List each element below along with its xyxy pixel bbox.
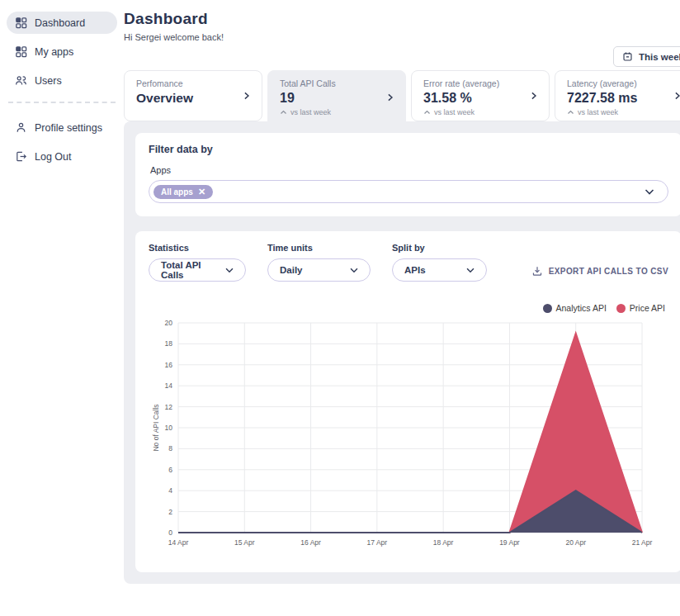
tab-value: 31.58 % [423, 91, 539, 106]
sidebar: Dashboard My apps Users [0, 0, 124, 616]
stat-tabs: Perfomance Overview Total API Calls 19 v… [124, 70, 680, 121]
chart-legend: Analytics APIPrice API [149, 303, 665, 313]
sidebar-item-label: Profile settings [35, 122, 102, 134]
chevron-down-icon [451, 264, 476, 276]
chevron-up-icon [423, 109, 431, 116]
main-content: Dashboard Hi Sergei welcome back! This w… [124, 0, 680, 616]
tab-label: Total API Calls [280, 78, 395, 88]
remove-chip-icon[interactable]: ✕ [198, 187, 205, 196]
tab-trend: vs last week [567, 108, 680, 116]
svg-text:16: 16 [165, 361, 173, 369]
time-units-selected-value: Daily [280, 265, 303, 275]
time-units-label: Time units [267, 243, 371, 253]
svg-text:10: 10 [165, 424, 173, 432]
dashboard-panel: Filter data by Apps All apps ✕ Statistic… [124, 121, 680, 584]
chevron-right-icon [528, 91, 539, 102]
chevron-right-icon [385, 92, 395, 103]
legend-item[interactable]: Price API [616, 303, 665, 313]
tab-total-api-calls[interactable]: Total API Calls 19 vs last week [267, 70, 406, 125]
tab-performance-overview[interactable]: Perfomance Overview [124, 70, 262, 121]
tab-label: Perfomance [136, 78, 252, 88]
svg-text:20: 20 [165, 319, 173, 327]
svg-text:21 Apr: 21 Apr [632, 538, 653, 547]
users-icon [15, 74, 27, 87]
sidebar-item-users[interactable]: Users [7, 69, 117, 92]
svg-text:6: 6 [168, 466, 172, 474]
split-by-selected-value: APIs [404, 265, 426, 275]
statistics-select[interactable]: Total API Calls [149, 258, 246, 282]
svg-text:14: 14 [165, 381, 173, 390]
sidebar-item-label: Users [35, 75, 62, 87]
sidebar-item-profile-settings[interactable]: Profile settings [7, 116, 117, 139]
statistics-control: Statistics Total API Calls [149, 243, 246, 282]
chip-label: All apps [161, 187, 193, 197]
tab-label: Latency (average) [567, 78, 680, 88]
split-by-label: Split by [392, 243, 487, 253]
svg-text:No of API Calls: No of API Calls [152, 404, 160, 451]
sidebar-item-dashboard[interactable]: Dashboard [7, 12, 117, 34]
download-icon [531, 265, 543, 277]
filter-title: Filter data by [149, 144, 668, 155]
svg-text:4: 4 [168, 486, 172, 495]
page-title: Dashboard [124, 10, 680, 28]
chevron-right-icon [672, 91, 680, 102]
svg-text:2: 2 [168, 508, 172, 516]
time-units-control: Time units Daily [267, 243, 371, 282]
statistics-selected-value: Total API Calls [161, 260, 210, 280]
tab-value: Overview [136, 91, 252, 106]
svg-text:0: 0 [168, 528, 172, 537]
split-by-control: Split by APIs [392, 243, 487, 282]
svg-text:15 Apr: 15 Apr [234, 538, 255, 547]
filter-card: Filter data by Apps All apps ✕ [135, 133, 680, 216]
user-icon [15, 121, 27, 134]
time-units-select[interactable]: Daily [267, 258, 371, 282]
period-selector-button[interactable]: This week [613, 46, 680, 67]
split-by-select[interactable]: APIs [392, 258, 487, 282]
svg-text:12: 12 [165, 403, 173, 411]
all-apps-chip[interactable]: All apps ✕ [153, 185, 213, 199]
chart-controls: Statistics Total API Calls Time units Da… [149, 243, 668, 282]
svg-text:14 Apr: 14 Apr [168, 538, 189, 547]
statistics-label: Statistics [149, 243, 246, 253]
tab-label: Error rate (average) [423, 78, 539, 88]
sidebar-item-log-out[interactable]: Log Out [7, 145, 117, 168]
legend-dot [616, 304, 626, 313]
calendar-icon [622, 51, 633, 62]
logout-icon [15, 150, 27, 163]
sidebar-item-label: My apps [35, 46, 73, 58]
legend-label: Analytics API [556, 303, 607, 313]
tab-latency[interactable]: Latency (average) 7227.58 ms vs last wee… [555, 70, 680, 121]
statistics-card: Statistics Total API Calls Time units Da… [135, 231, 680, 572]
svg-text:20 Apr: 20 Apr [565, 538, 586, 547]
sidebar-item-label: Dashboard [35, 17, 85, 29]
sidebar-item-label: Log Out [35, 151, 71, 163]
svg-text:16 Apr: 16 Apr [300, 538, 321, 547]
svg-text:19 Apr: 19 Apr [499, 538, 520, 547]
sidebar-divider [8, 102, 116, 103]
svg-text:8: 8 [168, 444, 172, 453]
apps-field-label: Apps [150, 165, 668, 175]
api-calls-chart: 0246810121416182014 Apr15 Apr16 Apr17 Ap… [149, 316, 668, 559]
legend-label: Price API [630, 303, 665, 313]
chevron-up-icon [567, 109, 574, 116]
tab-error-rate[interactable]: Error rate (average) 31.58 % vs last wee… [411, 70, 550, 121]
chevron-right-icon [241, 91, 252, 102]
area-chart-svg: 0246810121416182014 Apr15 Apr16 Apr17 Ap… [150, 316, 668, 556]
tab-value: 7227.58 ms [567, 91, 680, 106]
welcome-message: Hi Sergei welcome back! [124, 32, 680, 42]
sidebar-item-my-apps[interactable]: My apps [7, 40, 117, 63]
tab-value: 19 [280, 91, 395, 106]
export-csv-button[interactable]: EXPORT API CALLS TO CSV [531, 265, 668, 277]
chevron-down-icon [335, 264, 360, 276]
legend-dot [543, 304, 552, 313]
svg-text:18 Apr: 18 Apr [433, 538, 454, 547]
chevron-up-icon [280, 109, 287, 116]
tab-trend: vs last week [423, 108, 539, 116]
grid-icon [15, 45, 27, 58]
apps-multiselect[interactable]: All apps ✕ [149, 180, 668, 203]
period-label: This week [639, 52, 680, 62]
svg-text:17 Apr: 17 Apr [367, 538, 388, 547]
chevron-down-icon [643, 185, 656, 198]
tab-trend: vs last week [280, 108, 395, 116]
legend-item[interactable]: Analytics API [543, 303, 607, 313]
